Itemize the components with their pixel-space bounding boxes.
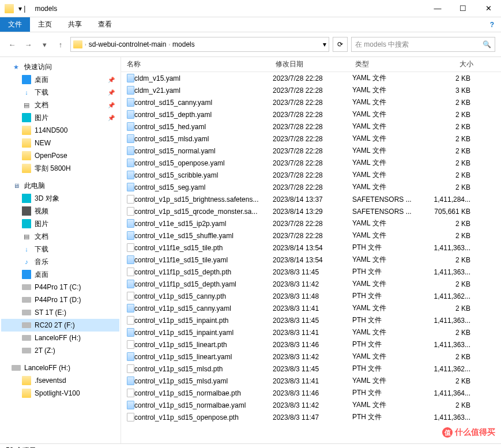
column-headers[interactable]: 名称 修改日期 类型 大小 [121, 57, 501, 72]
file-row[interactable]: control_v11p_sd15_mlsd.pth2023/8/3 11:45… [121, 363, 501, 375]
sidebar-drive-h[interactable]: LanceloFF (H:) [1, 332, 119, 344]
file-icon [127, 231, 134, 240]
sidebar-documents2[interactable]: ▤文档 [1, 230, 119, 243]
file-icon [127, 304, 134, 313]
file-row[interactable]: control_v11f1e_sd15_tile.yaml2023/8/14 1… [121, 254, 501, 266]
file-size: 1,411,363... [419, 413, 470, 421]
file-row[interactable]: control_v11f1e_sd15_tile.pth2023/8/14 13… [121, 242, 501, 254]
col-name[interactable]: 名称 [127, 59, 276, 69]
back-button[interactable]: ← [6, 38, 18, 51]
sidebar-folder[interactable]: NEW [1, 137, 119, 149]
file-size: 1,411,362... [419, 292, 470, 300]
file-row[interactable]: control_sd15_openpose.yaml2023/7/28 22:2… [121, 157, 501, 169]
file-row[interactable]: control_sd15_canny.yaml2023/7/28 22:28YA… [121, 96, 501, 108]
file-row[interactable]: control_v11p_sd15_lineart.yaml2023/8/3 1… [121, 351, 501, 363]
file-row[interactable]: control_v11f1p_sd15_depth.yaml2023/8/3 1… [121, 278, 501, 290]
file-row[interactable]: control_sd15_normal.yaml2023/7/28 22:28Y… [121, 145, 501, 157]
sidebar-folder[interactable]: .fseventsd [1, 374, 119, 387]
sidebar-documents[interactable]: ▤文档📌 [1, 99, 119, 111]
file-row[interactable]: control_v11e_sd15_ip2p.yaml2023/7/28 22:… [121, 217, 501, 229]
file-row[interactable]: control_sd15_scribble.yaml2023/7/28 22:2… [121, 169, 501, 181]
search-icon: 🔍 [483, 40, 491, 48]
tab-share[interactable]: 共享 [60, 17, 90, 32]
sidebar-desktop2[interactable]: 桌面 [1, 268, 119, 281]
sidebar-desktop[interactable]: 桌面📌 [1, 73, 119, 86]
sidebar-drive-f[interactable]: RC20 2T (F:) [1, 319, 119, 332]
address-bar[interactable]: › sd-webui-controlnet-main › models ▾ [70, 37, 329, 52]
file-row[interactable]: control_sd15_seg.yaml2023/7/28 22:28YAML… [121, 181, 501, 193]
recent-dropdown[interactable]: ▾ [38, 38, 51, 51]
file-row[interactable]: control_v11p_sd15_normalbae.yaml2023/8/3… [121, 399, 501, 411]
file-row[interactable]: cldm_v15.yaml2023/7/28 22:28YAML 文件2 KB [121, 72, 501, 84]
sidebar-pictures[interactable]: 图片📌 [1, 111, 119, 124]
file-icon [127, 243, 134, 252]
file-size: 2 KB [419, 183, 470, 191]
file-row[interactable]: control_v11p_sd15_openpose.pth2023/8/3 1… [121, 411, 501, 423]
file-row[interactable]: cldm_v21.yaml2023/7/28 22:28YAML 文件3 KB [121, 84, 501, 96]
breadcrumb-seg2[interactable]: models [172, 40, 195, 48]
sidebar-folder[interactable]: 零刻 5800H [1, 162, 119, 175]
file-row[interactable]: control_sd15_depth.yaml2023/7/28 22:28YA… [121, 108, 501, 121]
file-name: control_v11p_sd15_openpose.pth [134, 413, 273, 421]
sidebar-folder[interactable]: Spotlight-V100 [1, 387, 119, 400]
sidebar-videos[interactable]: 视频 [1, 205, 119, 217]
sidebar-quick-access[interactable]: ★快速访问 [1, 61, 119, 73]
sidebar-this-pc[interactable]: 🖥此电脑 [1, 179, 119, 192]
file-icon [127, 401, 134, 409]
tab-file[interactable]: 文件 [0, 17, 30, 32]
file-name: control_sd15_depth.yaml [134, 111, 273, 119]
file-row[interactable]: control_sd15_hed.yaml2023/7/28 22:28YAML… [121, 121, 501, 133]
file-row[interactable]: control_v11p_sd15_canny.pth2023/8/3 11:4… [121, 290, 501, 302]
file-date: 2023/7/28 22:28 [273, 86, 352, 95]
sidebar-3d[interactable]: 3D 对象 [1, 192, 119, 205]
sidebar-drive-z[interactable]: 2T (Z:) [1, 344, 119, 357]
file-type: PTH 文件 [352, 388, 419, 398]
file-row[interactable]: control_v11p_sd15_normalbae.pth2023/8/3 … [121, 387, 501, 399]
file-row[interactable]: control_v1p_sd15_qrcode_monster.sa...202… [121, 205, 501, 217]
tab-home[interactable]: 主页 [30, 17, 60, 32]
sidebar-folder[interactable]: 114ND500 [1, 124, 119, 137]
file-type: YAML 文件 [352, 303, 419, 313]
breadcrumb-seg1[interactable]: sd-webui-controlnet-main [89, 40, 167, 48]
col-date[interactable]: 修改日期 [276, 59, 355, 69]
file-row[interactable]: control_v11p_sd15_mlsd.yaml2023/8/3 11:4… [121, 375, 501, 387]
forward-button[interactable]: → [22, 38, 35, 51]
close-button[interactable]: ✕ [476, 0, 501, 17]
tab-view[interactable]: 查看 [90, 17, 120, 32]
file-row[interactable]: control_v11p_sd15_lineart.pth2023/8/3 11… [121, 338, 501, 351]
sidebar-drive-c[interactable]: P44Pro 1T (C:) [1, 281, 119, 293]
sidebar-downloads2[interactable]: ↓下载 [1, 243, 119, 255]
sidebar-downloads[interactable]: ↓下载📌 [1, 86, 119, 99]
minimize-button[interactable]: — [425, 0, 450, 17]
up-button[interactable]: ↑ [54, 38, 67, 51]
file-row[interactable]: control_v11e_sd15_shuffle.yaml2023/7/28 … [121, 229, 501, 242]
address-drop[interactable]: ▾ [323, 40, 326, 48]
col-type[interactable]: 类型 [355, 59, 421, 69]
sidebar-drive-d[interactable]: P44Pro 1T (D:) [1, 293, 119, 306]
sidebar-network-drive[interactable]: LanceloFF (H:) [1, 362, 119, 374]
file-row[interactable]: control_v1p_sd15_brightness.safetens...2… [121, 193, 501, 205]
file-type: YAML 文件 [352, 158, 419, 168]
qat-sep: ▾ | [18, 5, 25, 13]
file-name: control_sd15_openpose.yaml [134, 159, 273, 167]
file-list: cldm_v15.yaml2023/7/28 22:28YAML 文件2 KBc… [121, 72, 501, 443]
sidebar-pictures2[interactable]: 图片 [1, 217, 119, 230]
search-input[interactable]: 在 models 中搜索 🔍 [351, 37, 495, 52]
file-pane: 名称 修改日期 类型 大小 cldm_v15.yaml2023/7/28 22:… [121, 57, 501, 443]
sidebar-music[interactable]: ♪音乐 [1, 255, 119, 268]
file-icon [127, 413, 134, 421]
file-type: PTH 文件 [352, 340, 419, 349]
file-row[interactable]: control_v11p_sd15_inpaint.pth2023/8/3 11… [121, 314, 501, 326]
sidebar-folder[interactable]: OpenPose [1, 149, 119, 162]
file-row[interactable]: control_v11p_sd15_canny.yaml2023/8/3 11:… [121, 302, 501, 314]
file-row[interactable]: control_v11f1p_sd15_depth.pth2023/8/3 11… [121, 266, 501, 278]
file-date: 2023/7/28 22:28 [273, 220, 352, 228]
sidebar-drive-e[interactable]: ST 1T (E:) [1, 306, 119, 319]
file-size: 1,411,363... [419, 341, 470, 349]
file-row[interactable]: control_v11p_sd15_inpaint.yaml2023/8/3 1… [121, 326, 501, 338]
help-icon[interactable]: ? [483, 17, 501, 32]
file-row[interactable]: control_sd15_mlsd.yaml2023/7/28 22:28YAM… [121, 133, 501, 145]
maximize-button[interactable]: ☐ [450, 0, 476, 17]
refresh-button[interactable]: ⟳ [333, 37, 348, 52]
col-size[interactable]: 大小 [421, 59, 473, 69]
